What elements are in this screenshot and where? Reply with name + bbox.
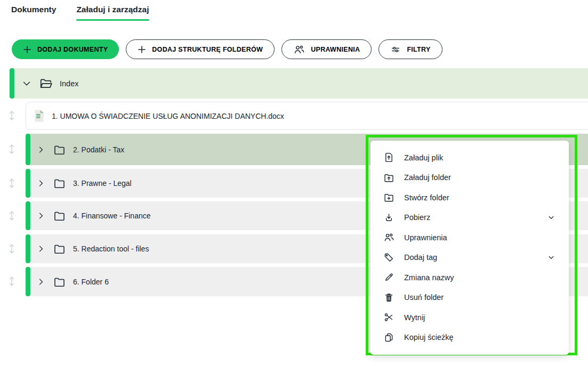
menu-item-download[interactable]: Pobierz — [370, 208, 569, 228]
plus-icon — [138, 45, 146, 54]
folder-icon — [52, 177, 67, 190]
permissions-label: UPRAWNIENIA — [311, 46, 360, 53]
menu-item-label: Załaduj plik — [404, 153, 556, 162]
chevron-right-icon[interactable] — [36, 211, 46, 221]
pencil-icon — [383, 272, 394, 283]
tab-bar: Dokumenty Załaduj i zarządzaj — [11, 5, 149, 21]
people-icon — [293, 44, 305, 55]
chevron-right-icon[interactable] — [36, 244, 46, 254]
tab-zaladuj-i-zarzadzaj[interactable]: Załaduj i zarządzaj — [76, 5, 149, 21]
add-documents-button[interactable]: DODAJ DOKUMENTY — [12, 39, 119, 59]
folder-label: 5. Redaction tool - files — [73, 245, 149, 253]
drag-handle[interactable] — [7, 275, 16, 287]
chevron-down-icon[interactable] — [21, 78, 32, 89]
folder-label: 2. Podatki - Tax — [73, 145, 124, 154]
tree-row-document[interactable]: 1. UMOWA O ŚWIADCZENIE USŁUG ANONIMIZACJ… — [26, 102, 588, 130]
document-manager-app: Dokumenty Załaduj i zarządzaj DODAJ DOKU… — [0, 0, 588, 366]
menu-item-label: Stwórz folder — [404, 193, 556, 202]
folder-label: 3. Prawne - Legal — [73, 179, 132, 188]
chevron-down-icon — [546, 253, 556, 262]
menu-item-label: Wytnij — [404, 313, 556, 322]
scissors-icon — [383, 312, 394, 323]
add-folder-structure-button[interactable]: DODAJ STRUKTURĘ FOLDERÓW — [126, 39, 275, 59]
folder-icon — [52, 209, 67, 222]
filters-button[interactable]: FILTRY — [378, 39, 442, 59]
trash-icon — [383, 292, 394, 303]
tab-dokumenty[interactable]: Dokumenty — [11, 5, 56, 21]
menu-item-label: Pobierz — [404, 213, 537, 222]
chevron-down-icon — [546, 213, 556, 222]
chevron-right-icon[interactable] — [36, 277, 46, 287]
permissions-button[interactable]: UPRAWNIENIA — [281, 39, 372, 59]
menu-item-permissions[interactable]: Uprawnienia — [370, 227, 569, 248]
chevron-right-icon[interactable] — [36, 145, 46, 154]
filters-label: FILTRY — [407, 46, 430, 53]
menu-item-create-folder[interactable]: Stwórz folder — [370, 188, 569, 208]
drag-handle[interactable] — [7, 143, 16, 155]
highlight-annotation: Załaduj plik Załaduj folder Stwórz folde… — [366, 135, 577, 355]
menu-item-copy-path[interactable]: Kopiuj ścieżkę — [370, 328, 569, 348]
folder-icon — [52, 242, 67, 255]
document-label: 1. UMOWA O ŚWIADCZENIE USŁUG ANONIMIZACJ… — [52, 112, 284, 120]
menu-item-cut[interactable]: Wytnij — [370, 307, 569, 328]
tree-row-index[interactable]: Index — [10, 68, 588, 99]
tag-icon — [383, 252, 394, 263]
menu-item-label: Zmiana nazwy — [404, 273, 556, 282]
menu-item-upload-folder[interactable]: Załaduj folder — [370, 168, 569, 188]
folder-label: 4. Finansowe - Finance — [73, 212, 151, 220]
file-upload-icon — [383, 152, 394, 163]
menu-item-label: Załaduj folder — [404, 173, 556, 182]
download-icon — [383, 212, 394, 223]
drag-handle[interactable] — [7, 177, 16, 189]
copy-icon — [383, 332, 394, 343]
drag-handle[interactable] — [7, 210, 16, 222]
context-menu: Załaduj plik Załaduj folder Stwórz folde… — [370, 141, 569, 355]
folder-icon — [52, 143, 67, 156]
menu-item-add-tag[interactable]: Dodaj tag — [370, 248, 569, 268]
toolbar: DODAJ DOKUMENTY DODAJ STRUKTURĘ FOLDERÓW… — [12, 39, 442, 59]
folder-upload-icon — [383, 172, 394, 183]
menu-item-delete-folder[interactable]: Usuń folder — [370, 288, 569, 308]
menu-item-label: Kopiuj ścieżkę — [404, 333, 556, 341]
folder-plus-icon — [383, 192, 394, 203]
drag-handle[interactable] — [7, 243, 16, 255]
add-folder-structure-label: DODAJ STRUKTURĘ FOLDERÓW — [152, 46, 263, 53]
add-documents-label: DODAJ DOKUMENTY — [37, 46, 108, 53]
menu-item-label: Uprawnienia — [404, 233, 556, 242]
folder-icon — [52, 275, 67, 288]
people-icon — [383, 232, 394, 243]
menu-item-label: Usuń folder — [404, 293, 556, 302]
open-folder-icon — [38, 77, 54, 91]
root-folder-label: Index — [60, 79, 78, 88]
filter-sliders-icon — [390, 44, 401, 55]
chevron-right-icon[interactable] — [36, 178, 46, 188]
document-icon — [34, 109, 45, 123]
menu-item-rename[interactable]: Zmiana nazwy — [370, 267, 569, 288]
folder-label: 6. Folder 6 — [73, 278, 109, 286]
menu-item-label: Dodaj tag — [404, 253, 537, 262]
drag-handle[interactable] — [7, 110, 16, 121]
plus-icon — [23, 45, 31, 54]
menu-item-upload-file[interactable]: Załaduj plik — [370, 148, 569, 168]
